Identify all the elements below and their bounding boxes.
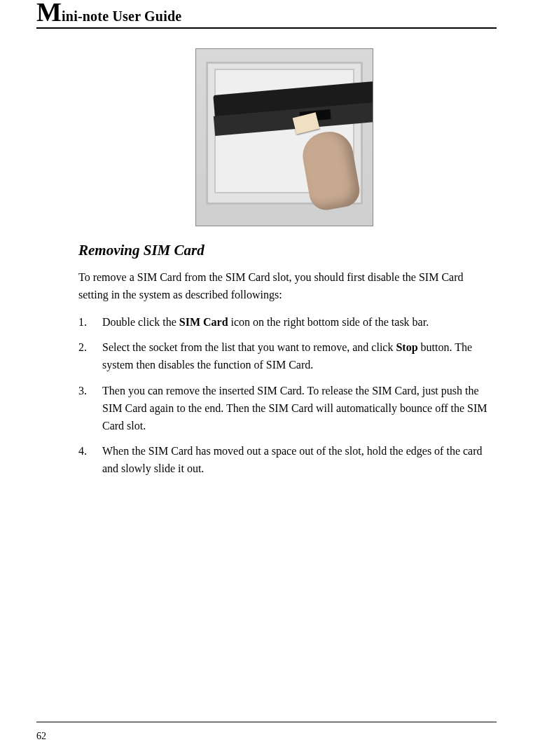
intro-paragraph: To remove a SIM Card from the SIM Card s… (78, 269, 490, 304)
page-header: Mini-note User Guide (36, 0, 497, 29)
content-area: Removing SIM Card To remove a SIM Card f… (36, 48, 497, 478)
steps-list: Double click the SIM Card icon on the ri… (78, 314, 490, 478)
figure (195, 48, 373, 226)
step-text-pre: Double click the (102, 316, 179, 328)
header-text: ini-note User Guide (62, 8, 181, 24)
step-text-pre: When the SIM Card has moved out a space … (102, 445, 483, 474)
list-item: When the SIM Card has moved out a space … (78, 443, 490, 478)
step-text-pre: Select the socket from the list that you… (102, 341, 396, 353)
list-item: Select the socket from the list that you… (78, 339, 490, 374)
step-text-pre: Then you can remove the inserted SIM Car… (102, 385, 487, 432)
step-text-bold: Stop (396, 341, 417, 353)
footer-rule (36, 722, 497, 722)
header-dropcap: M (36, 4, 62, 20)
step-text-post: icon on the right bottom side of the tas… (228, 316, 429, 328)
header-title: Mini-note User Guide (36, 8, 181, 24)
step-text-bold: SIM Card (179, 316, 228, 328)
sim-insert-photo (195, 48, 373, 226)
page-number: 62 (36, 731, 46, 742)
section-heading: Removing SIM Card (78, 242, 490, 259)
list-item: Then you can remove the inserted SIM Car… (78, 383, 490, 434)
list-item: Double click the SIM Card icon on the ri… (78, 314, 490, 331)
